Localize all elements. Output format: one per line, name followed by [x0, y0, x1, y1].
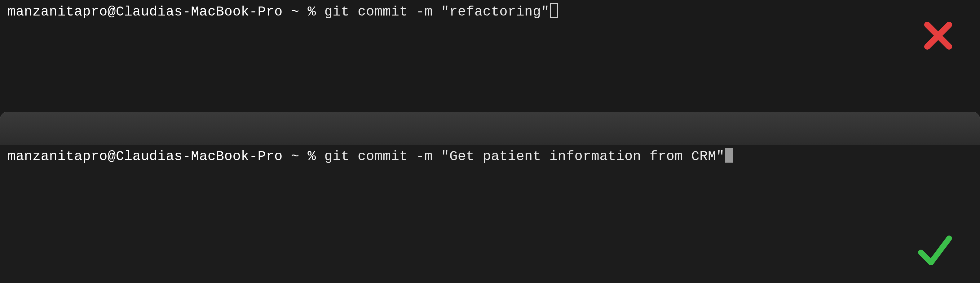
shell-command: git commit -m "Get patient information f…	[324, 149, 724, 164]
cross-icon	[921, 19, 955, 53]
cursor-outline	[550, 3, 558, 18]
terminal-pane-good[interactable]: manzanitapro@Claudias-MacBook-Pro ~ % gi…	[0, 145, 980, 283]
terminal-line[interactable]: manzanitapro@Claudias-MacBook-Pro ~ % gi…	[0, 3, 980, 21]
shell-command: git commit -m "refactoring"	[324, 4, 549, 19]
check-icon	[915, 230, 955, 270]
terminal-pane-bad[interactable]: manzanitapro@Claudias-MacBook-Pro ~ % gi…	[0, 0, 980, 112]
shell-prompt: manzanitapro@Claudias-MacBook-Pro ~ %	[8, 149, 324, 164]
shell-prompt: manzanitapro@Claudias-MacBook-Pro ~ %	[8, 4, 324, 19]
cursor-block	[725, 148, 733, 163]
window-titlebar	[0, 112, 980, 145]
terminal-line[interactable]: manzanitapro@Claudias-MacBook-Pro ~ % gi…	[0, 147, 980, 166]
